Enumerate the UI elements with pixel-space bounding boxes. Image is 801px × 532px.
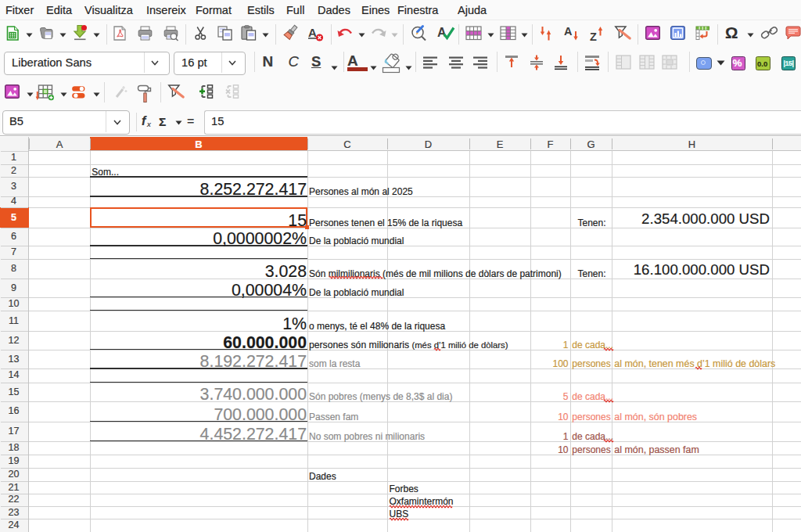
svg-text:A: A	[308, 26, 317, 39]
svg-text:A: A	[564, 25, 573, 38]
svg-text:Z: Z	[590, 31, 597, 43]
